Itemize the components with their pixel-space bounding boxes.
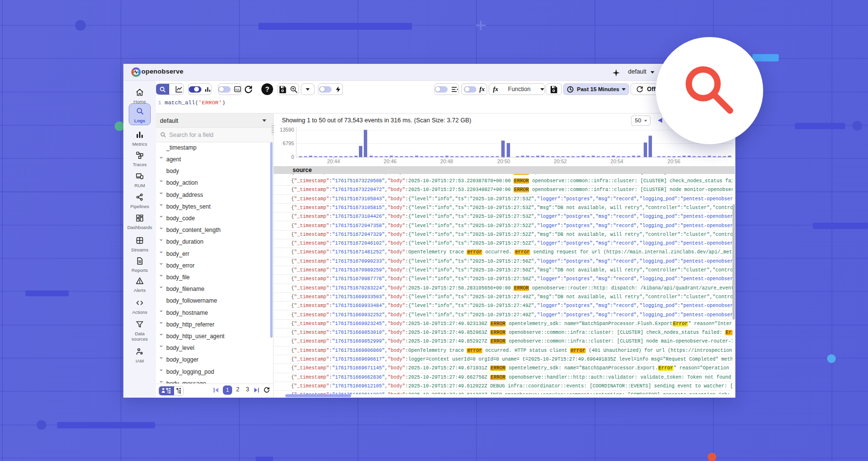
svg-text:20:56: 20:56 xyxy=(668,158,680,164)
svg-text:20:52: 20:52 xyxy=(554,158,567,164)
svg-text:0: 0 xyxy=(291,154,294,160)
svg-text:20:44: 20:44 xyxy=(327,158,340,164)
svg-text:20:48: 20:48 xyxy=(440,158,453,164)
svg-text:6795: 6795 xyxy=(283,140,295,146)
svg-text:20:46: 20:46 xyxy=(384,158,396,164)
svg-text:13590: 13590 xyxy=(280,127,294,133)
svg-text:20:54: 20:54 xyxy=(611,158,623,164)
svg-text:20:50: 20:50 xyxy=(497,158,510,164)
svg-text:SQL: SQL xyxy=(235,88,240,91)
